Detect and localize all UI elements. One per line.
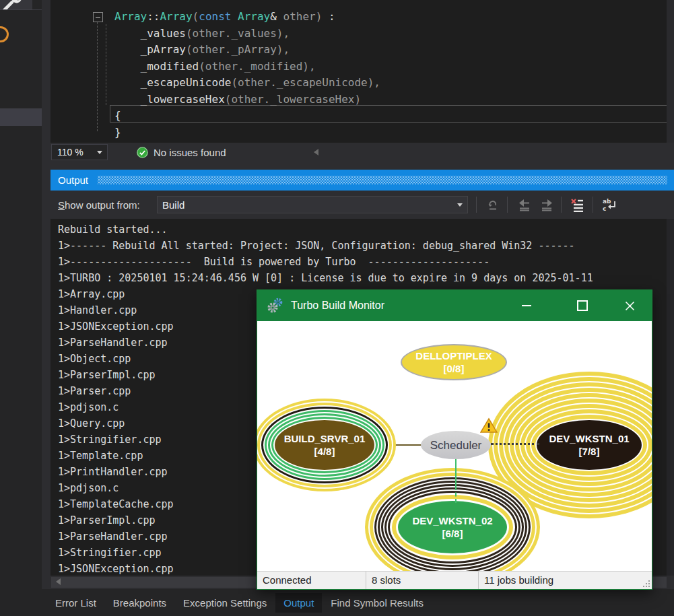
zoom-level-dropdown[interactable]: 110 % <box>51 144 108 160</box>
previous-message-icon[interactable] <box>516 197 532 212</box>
output-title-text: Output <box>50 174 88 186</box>
tab-error-list[interactable]: Error List <box>47 593 104 613</box>
slots-status: 8 slots <box>366 572 479 589</box>
toolbar-separator <box>593 197 593 213</box>
svg-text:ab: ab <box>603 198 611 205</box>
maximize-button[interactable] <box>572 296 593 316</box>
warning-icon <box>480 417 498 434</box>
show-output-from-label: Show output from: <box>58 191 140 219</box>
link-scheduler-dev-wkstn-01 <box>491 443 539 445</box>
left-sidebar <box>0 0 42 589</box>
toolbar-separator <box>561 197 562 213</box>
zoom-level-value: 110 % <box>52 147 97 158</box>
node-dev-wkstn-01[interactable]: DEV_WKSTN_01 [7/8] <box>537 420 642 470</box>
orange-circle-icon <box>0 26 9 42</box>
code-line: } <box>114 125 380 141</box>
output-vertical-scrollbar[interactable] <box>667 219 674 576</box>
output-source-dropdown[interactable]: Build <box>157 196 468 213</box>
sidebar-selected-item[interactable] <box>0 108 42 126</box>
minimize-button[interactable] <box>516 296 537 316</box>
code-line: { <box>114 108 380 125</box>
code-editor[interactable]: Array::Array(const Array& other) : _valu… <box>50 0 674 143</box>
visual-studio-window: Array::Array(const Array& other) : _valu… <box>0 0 674 616</box>
tab-breakpoints[interactable]: Breakpoints <box>105 593 174 613</box>
clear-all-icon[interactable] <box>569 197 585 212</box>
code-line: Array::Array(const Array& other) : <box>114 9 380 26</box>
code-line: _values(other._values), <box>114 26 380 42</box>
jobs-status: 11 jobs building <box>479 572 652 589</box>
link-scheduler-dev-wkstn-02-dashed <box>455 486 457 503</box>
turbo-build-monitor-window: Turbo Build Monitor DELLOPTIPLEX [0/8] B… <box>257 289 652 590</box>
code-line: _modified(other._modified), <box>114 59 380 75</box>
node-dev-wkstn-02[interactable]: DEV_WKSTN_02 [6/8] <box>398 501 507 553</box>
node-scheduler[interactable]: Scheduler <box>421 431 491 459</box>
node-delloptiplex[interactable]: DELLOPTIPLEX [0/8] <box>401 344 507 380</box>
output-title-bar[interactable]: Output <box>50 170 674 191</box>
output-line: 1>TURBO : 20250101 15:24:46.456 W [0] : … <box>50 270 667 286</box>
sidebar-toolbar <box>0 0 32 9</box>
sidebar-panel <box>0 9 42 590</box>
indent-guide <box>97 22 98 131</box>
gears-icon <box>266 297 285 314</box>
code-line: _escapeUnicode(other._escapeUnicode), <box>114 75 380 92</box>
link-scheduler-dev-wkstn-02 <box>455 459 457 486</box>
tab-output[interactable]: Output <box>275 593 322 613</box>
bottom-tab-strip: Error ListBreakpointsException SettingsO… <box>0 589 674 616</box>
close-icon <box>625 301 635 311</box>
sidebar-corner-box <box>32 0 42 9</box>
code-fold-marker[interactable] <box>93 12 103 22</box>
drag-handle-dots[interactable] <box>98 176 667 184</box>
code-health-indicator[interactable]: No issues found <box>137 143 226 162</box>
close-button[interactable] <box>619 296 640 316</box>
output-line: 1>------ Rebuild All started: Project: J… <box>50 238 667 254</box>
output-line: 1>-------------------- Build is powered … <box>50 254 667 270</box>
toolbar-separator <box>507 197 508 213</box>
monitor-status-bar: Connected 8 slots 11 jobs building <box>257 571 652 589</box>
health-status-text: No issues found <box>154 147 226 158</box>
connection-status: Connected <box>257 572 366 589</box>
code-line: _pArray(other._pArray), <box>114 42 380 59</box>
code-text: Array::Array(const Array& other) : _valu… <box>114 9 380 141</box>
check-circle-icon <box>137 147 148 158</box>
scrollbar-left-arrow[interactable] <box>314 149 318 156</box>
resize-grip[interactable] <box>644 581 650 587</box>
chevron-down-icon <box>457 203 463 207</box>
next-message-icon[interactable] <box>539 197 555 212</box>
build-network-diagram: DELLOPTIPLEX [0/8] BUILD_SRVR_01 [4/8] D… <box>257 321 652 571</box>
monitor-title-bar[interactable]: Turbo Build Monitor <box>257 290 652 321</box>
indent-guide <box>106 24 106 105</box>
svg-text:c: c <box>603 205 606 212</box>
goto-source-icon[interactable] <box>485 197 501 212</box>
editor-status-strip: 110 % No issues found <box>50 143 674 162</box>
tab-exception-settings[interactable]: Exception Settings <box>175 593 275 613</box>
output-line: Rebuild started... <box>50 221 667 238</box>
monitor-title-text: Turbo Build Monitor <box>291 300 384 312</box>
output-toolbar: Show output from: Build <box>50 191 674 219</box>
word-wrap-icon[interactable]: ab c <box>601 197 617 212</box>
toolbar-separator <box>476 197 477 213</box>
tab-find-symbol-results[interactable]: Find Symbol Results <box>323 593 432 613</box>
code-line: _lowercaseHex(other._lowercaseHex) <box>114 92 380 108</box>
node-build-srvr-01[interactable]: BUILD_SRVR_01 [4/8] <box>275 420 374 470</box>
scrollbar-left-arrow[interactable] <box>56 578 61 585</box>
output-source-value: Build <box>158 199 457 211</box>
chevron-down-icon <box>97 151 102 154</box>
editor-vertical-scrollbar[interactable] <box>667 0 674 143</box>
